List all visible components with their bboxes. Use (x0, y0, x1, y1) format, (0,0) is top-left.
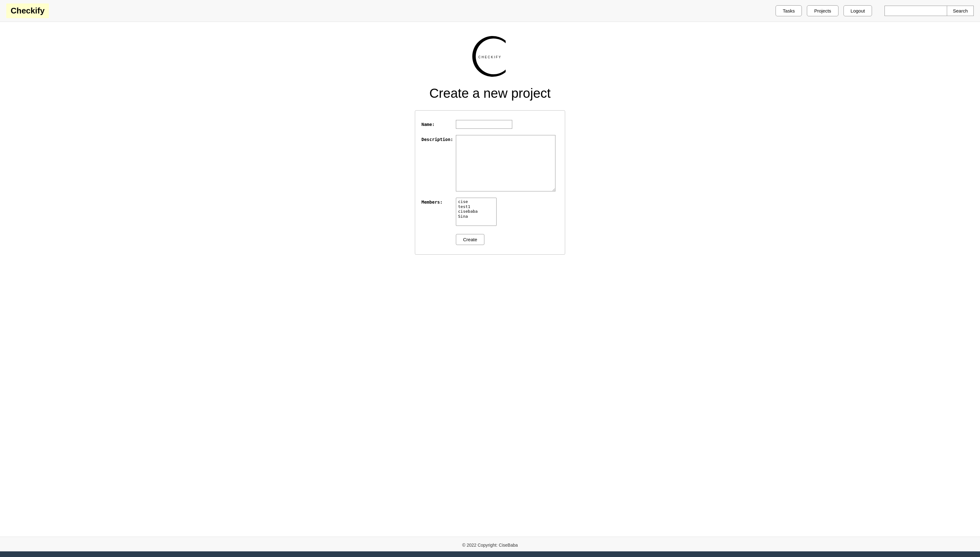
description-textarea[interactable] (456, 135, 555, 191)
description-row: Description: (422, 135, 555, 191)
navbar: Checkify Tasks Projects Logout Search (0, 0, 980, 22)
checkify-logo: CHECKIFY (465, 34, 515, 78)
members-select[interactable]: cisetest1cisebabaSina (456, 198, 496, 226)
footer: © 2022 Copyright: CiseBaba (0, 537, 980, 551)
svg-text:CHECKIFY: CHECKIFY (479, 55, 502, 59)
brand-logo[interactable]: Checkify (6, 3, 49, 18)
search-button[interactable]: Search (947, 6, 974, 16)
members-label: Members: (422, 198, 456, 205)
name-input[interactable] (456, 120, 512, 129)
logout-button[interactable]: Logout (844, 5, 872, 16)
search-input[interactable] (884, 6, 947, 16)
name-label: Name: (422, 120, 456, 127)
tasks-button[interactable]: Tasks (776, 5, 802, 16)
footer-bar (0, 551, 980, 557)
members-row: Members: cisetest1cisebabaSina (422, 198, 555, 226)
page-title: Create a new project (429, 86, 551, 101)
description-label: Description: (422, 135, 456, 142)
nav-links: Tasks Projects Logout (776, 5, 872, 16)
create-button[interactable]: Create (456, 234, 484, 245)
copyright-text: © 2022 Copyright: CiseBaba (0, 542, 980, 547)
name-row: Name: (422, 120, 555, 129)
search-area: Search (884, 6, 974, 16)
projects-button[interactable]: Projects (807, 5, 838, 16)
main-content: CHECKIFY Create a new project Name: Desc… (0, 22, 980, 537)
form-card: Name: Description: Members: cisetest1cis… (415, 110, 565, 255)
logo-container: CHECKIFY (465, 34, 515, 80)
